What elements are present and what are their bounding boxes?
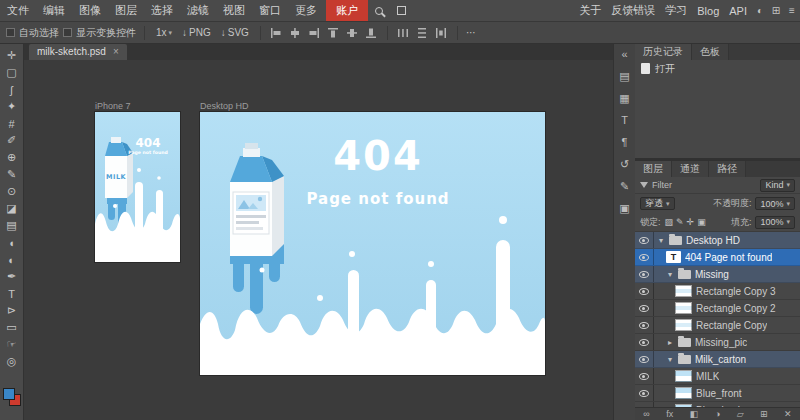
tab-swatches[interactable]: 色板 [692, 44, 729, 60]
align-center-horizontal-icon[interactable] [288, 25, 303, 40]
layer-row[interactable]: ▾Missing [635, 266, 800, 283]
export-png-button[interactable]: ↓PNG [179, 27, 214, 38]
artboard-label-iphone[interactable]: iPhone 7 [95, 101, 131, 111]
blur-tool[interactable]: ◖ [0, 234, 24, 251]
layer-row[interactable]: Rectangle Copy 3 [635, 283, 800, 300]
tab-paths[interactable]: 路径 [709, 161, 746, 177]
dodge-tool[interactable]: ◐ [0, 251, 24, 268]
foreground-color-swatch[interactable] [3, 388, 15, 400]
path-select-tool[interactable]: ⊳ [0, 302, 24, 319]
align-top-icon[interactable] [326, 25, 341, 40]
shape-tool[interactable]: ▭ [0, 319, 24, 336]
layer-row-body[interactable]: MILK [654, 368, 800, 384]
visibility-toggle[interactable] [635, 385, 654, 401]
auto-select-checkbox[interactable] [6, 28, 15, 37]
menu-edit[interactable]: 编辑 [36, 0, 72, 21]
blend-mode-dropdown[interactable]: 穿透 ▾ [640, 197, 675, 210]
move-tool[interactable]: ✛ [0, 47, 24, 64]
theme-icon[interactable]: ◐ [752, 5, 768, 16]
layer-row[interactable]: ▸Missing_pic [635, 334, 800, 351]
history-icon[interactable]: ↺ [620, 158, 629, 170]
tab-channels[interactable]: 通道 [672, 161, 709, 177]
layer-row[interactable]: MILK [635, 368, 800, 385]
layer-row-body[interactable]: Blue_front [654, 385, 800, 401]
zoom-tool[interactable]: ◎ [0, 353, 24, 370]
character-icon[interactable]: T [621, 114, 628, 126]
show-controls-checkbox[interactable] [63, 28, 72, 37]
api-link[interactable]: API [724, 5, 752, 17]
visibility-toggle[interactable] [635, 283, 654, 299]
align-bottom-icon[interactable] [364, 25, 379, 40]
about-link[interactable]: 关于 [574, 3, 606, 18]
layer-effects-icon[interactable]: fx [666, 408, 673, 420]
menu-more[interactable]: 更多 [288, 0, 324, 21]
tab-layers[interactable]: 图层 [635, 161, 672, 177]
layer-row[interactable]: ▾Milk_carton [635, 351, 800, 368]
clone-stamp-tool[interactable]: ⊙ [0, 183, 24, 200]
document-tab[interactable]: milk-sketch.psd × [29, 44, 127, 60]
layer-row[interactable]: T404 Page not found [635, 249, 800, 266]
adjustment-layer-icon[interactable]: ◑ [715, 408, 720, 420]
apps-icon[interactable]: ⊞ [768, 5, 784, 16]
paragraph-icon[interactable]: ¶ [622, 136, 628, 148]
artboard-desktop[interactable]: 404 Page not found [200, 112, 545, 375]
layer-row-body[interactable]: T404 Page not found [654, 249, 800, 265]
layer-row-body[interactable]: ▾Milk_carton [654, 351, 800, 367]
layer-row-body[interactable]: ▾Desktop HD [654, 232, 800, 248]
group-expanded-caret-icon[interactable]: ▾ [666, 270, 674, 279]
menu-view[interactable]: 视图 [216, 0, 252, 21]
layer-mask-icon[interactable]: ◧ [690, 408, 699, 420]
layer-row[interactable]: ▾Desktop HD [635, 232, 800, 249]
hand-tool[interactable]: ☞ [0, 336, 24, 353]
artboard-iphone[interactable]: MILK 404 Page not found [95, 112, 180, 262]
type-tool[interactable]: T [0, 285, 24, 302]
visibility-toggle[interactable] [635, 300, 654, 316]
visibility-toggle[interactable] [635, 232, 654, 248]
link-layers-icon[interactable]: ∞ [643, 408, 649, 420]
account-button[interactable]: 账户 [326, 0, 368, 21]
lock-all-icon[interactable]: ▣ [697, 217, 706, 227]
crop-tool[interactable]: # [0, 115, 24, 132]
delete-layer-icon[interactable]: ✕ [784, 408, 792, 420]
menu-file[interactable]: 文件 [0, 0, 36, 21]
layer-row[interactable]: Rectangle Copy 2 [635, 300, 800, 317]
group-collapsed-caret-icon[interactable]: ▸ [666, 338, 674, 347]
layer-row[interactable]: Blue_front [635, 385, 800, 402]
visibility-toggle[interactable] [635, 368, 654, 384]
canvas[interactable]: iPhone 7 Desktop HD MILK [24, 60, 613, 420]
layer-row-body[interactable]: Rectangle Copy 3 [654, 283, 800, 299]
visibility-toggle[interactable] [635, 317, 654, 333]
lock-position-icon[interactable]: ✛ [687, 217, 695, 227]
export-zoom-dropdown[interactable]: 1x▾ [153, 27, 175, 38]
eyedropper-tool[interactable]: ✐ [0, 132, 24, 149]
history-entry[interactable]: 打开 [635, 60, 800, 77]
menu-window[interactable]: 窗口 [252, 0, 288, 21]
visibility-toggle[interactable] [635, 266, 654, 282]
fullscreen-icon[interactable] [390, 0, 412, 21]
new-group-icon[interactable]: ▱ [737, 408, 744, 420]
layer-row-body[interactable]: ▾Missing [654, 266, 800, 282]
menu-filter[interactable]: 滤镜 [180, 0, 216, 21]
lasso-tool[interactable]: ʃ [0, 81, 24, 98]
gradient-tool[interactable]: ▤ [0, 217, 24, 234]
layer-row-body[interactable]: Rectangle Copy 2 [654, 300, 800, 316]
distribute-vertical-icon[interactable] [415, 25, 430, 40]
visibility-toggle[interactable] [635, 249, 654, 265]
new-layer-icon[interactable]: ⊞ [760, 408, 768, 420]
search-icon[interactable] [368, 0, 390, 21]
properties-icon[interactable]: ▤ [619, 70, 629, 82]
layer-row-body[interactable]: ▸Missing_pic [654, 334, 800, 350]
menu-select[interactable]: 选择 [144, 0, 180, 21]
blog-link[interactable]: Blog [692, 5, 724, 17]
more-options-icon[interactable]: ⋯ [466, 27, 476, 38]
learn-link[interactable]: 学习 [660, 3, 692, 18]
eraser-tool[interactable]: ◪ [0, 200, 24, 217]
menu-layer[interactable]: 图层 [108, 0, 144, 21]
pen-tool[interactable]: ✒ [0, 268, 24, 285]
collapse-panels-icon[interactable]: « [621, 48, 627, 60]
marquee-tool[interactable]: ▢ [0, 64, 24, 81]
healing-tool[interactable]: ⊕ [0, 149, 24, 166]
visibility-toggle[interactable] [635, 351, 654, 367]
opacity-dropdown[interactable]: 100% ▾ [755, 197, 795, 210]
brush-tool[interactable]: ✎ [0, 166, 24, 183]
